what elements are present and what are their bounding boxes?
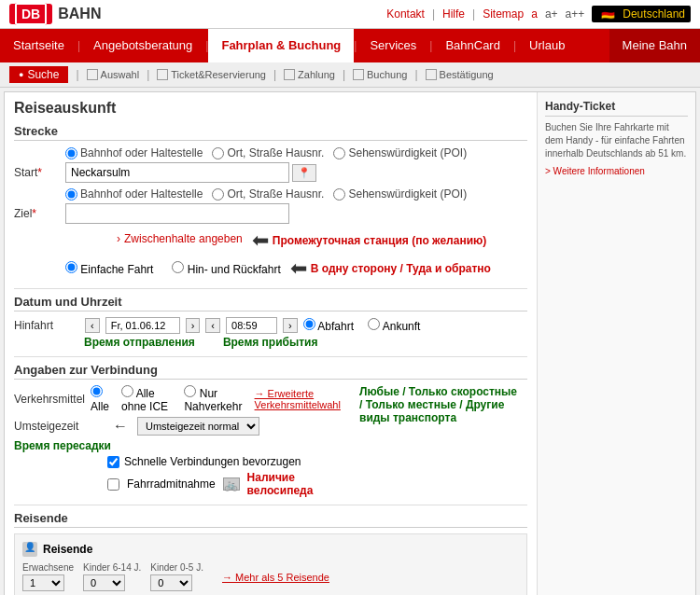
anno-ankunft: Время прибытия [223,336,318,349]
arrow-fahrt-icon: ⬅ [290,256,307,281]
ziel-input[interactable] [65,203,289,224]
umsteige-row: Umsteigezeit ← Umsteigezeit normal Kurze… [14,417,350,436]
nav-bahncard[interactable]: BahnCard [432,29,513,62]
date-input[interactable] [105,317,180,334]
start-type-radios: Bahnhof oder Haltestelle Ort, Straße Hau… [65,146,527,159]
strecke-section-title: Strecke [14,124,527,141]
ankunft-radio[interactable] [368,318,380,330]
anno-zwischenhalte: Промежуточная станция (по желанию) [273,234,486,247]
anno-abfahrt: Время отправления [84,336,195,349]
hinfahrt-row: Hinfahrt ‹ › ‹ › Abfahrt Ankunft [14,317,527,334]
db-logo-badge: DB [9,4,52,24]
page-title: Reiseauskunft [14,100,527,117]
fahrrad-checkbox[interactable] [107,478,119,491]
main-navigation: Startseite | Angebotsberatung | Fahrplan… [0,29,700,62]
kinder2-group: Kinder 0-5 J. 0 1 [150,562,203,591]
hin-rueck-radio[interactable] [172,261,184,273]
reisende-icon: 👤 [22,542,37,557]
ziel-radio-bahnhof[interactable] [65,188,77,201]
ziel-type-radios: Bahnhof oder Haltestelle Ort, Straße Hau… [65,187,527,201]
sidebar-text: Buchen Sie Ihre Fahrkarte mit dem Handy … [545,121,688,160]
erweiterte-link[interactable]: → Erweiterte Verkehrsmittelwahl [255,388,350,410]
fahrt-radios: Einfache Fahrt Hin- und Rückfahrt [65,261,281,276]
sitemap-link[interactable]: Sitemap [483,7,524,21]
hinfahrt-label: Hinfahrt [14,319,79,332]
reisende-counts: Erwachsene 1 2 3 Kinder 6-14 J. 0 1 2 [22,562,519,591]
nav-services[interactable]: Services [357,29,429,62]
reisende-section: Reisende 👤 Reisende Erwachsene 1 2 3 [14,511,527,595]
erwachsene-select[interactable]: 1 2 3 [22,574,64,591]
reisende-box: 👤 Reisende Erwachsene 1 2 3 Kinder 6-14 … [14,533,527,595]
time-next-button[interactable]: › [283,318,298,333]
verkehr-alle-radio[interactable] [91,385,103,397]
kinder2-select[interactable]: 0 1 [150,574,192,591]
nav-urlaub[interactable]: Urlaub [516,29,578,62]
start-row: Start 📍 [14,162,527,183]
date-next-button[interactable]: › [186,318,201,333]
mehr-reisende-link[interactable]: → Mehr als 5 Reisende [222,572,329,583]
umsteige-arrow-icon: ← [113,418,128,435]
start-geo-button[interactable]: 📍 [292,164,316,182]
start-radio-poi[interactable] [333,147,345,159]
arrow-zwischenhalte-icon: ⬅ [252,228,269,253]
schnelle-row: Schnelle Verbindungen bevorzugen [107,455,350,468]
anno-fahrrad: Наличие велосипеда [247,471,350,497]
abfahrt-radio[interactable] [303,318,315,330]
date-prev-button[interactable]: ‹ [85,318,100,333]
verkehr-nah-radio[interactable] [184,385,196,397]
reisende-section-title: Reisende [14,511,527,528]
country-selector[interactable]: 🇩🇪 Deutschland [592,6,691,22]
kinder1-select[interactable]: 0 1 2 [83,574,125,591]
hilfe-link[interactable]: Hilfe [442,7,465,21]
step-auswahl: Auswahl [87,69,140,80]
sidebar: Handy-Ticket Buchen Sie Ihre Fahrkarte m… [537,92,695,595]
step-sep: | [76,68,78,81]
step-ticket: Ticket&Reservierung [157,69,266,80]
ziel-radio-ort[interactable] [212,188,224,201]
ziel-radio-poi[interactable] [333,188,345,201]
start-label: Start [14,166,65,179]
datetime-section-title: Datum und Uhrzeit [14,295,527,311]
umsteige-select[interactable]: Umsteigezeit normal Kurze Umsteigezeit L… [137,417,259,436]
nav-meine-bahn[interactable]: Meine Bahn [609,29,700,62]
reisende-header: 👤 Reisende [22,542,519,557]
start-radio-ort[interactable] [212,147,224,159]
db-text: DB [15,3,47,25]
anno-verkehr: Любые / Только скоростные/ Только местны… [359,385,517,424]
logo: DB BAHN [9,4,101,24]
verbindung-section-title: Angaben zur Verbindung [14,363,527,380]
anno-fahrt: В одну сторону / Туда и обратно [311,262,491,275]
sidebar-title: Handy-Ticket [545,100,688,117]
top-links: Kontakt | Hilfe | Sitemap a a+ a++ 🇩🇪 De… [386,6,691,22]
start-input[interactable] [65,162,289,183]
abfahrt-ankunft-group: Abfahrt Ankunft [303,318,421,333]
umsteige-label: Umsteigezeit [14,420,107,433]
bahn-text: BAHN [58,6,101,22]
ziel-label: Ziel [14,207,65,220]
verkehr-label: Verkehrsmittel [14,393,85,406]
font-a[interactable]: a [531,7,538,21]
verkehr-ohne-ice-radio[interactable] [121,385,133,397]
step-zahlung: Zahlung [284,69,335,80]
nav-startseite[interactable]: Startseite [0,29,77,62]
time-input[interactable] [226,317,277,334]
kontakt-link[interactable]: Kontakt [386,7,425,21]
start-radio-bahnhof[interactable] [65,147,77,159]
einfache-fahrt-radio[interactable] [65,261,77,273]
step-buchung: Buchung [353,69,407,80]
kinder1-group: Kinder 6-14 J. 0 1 2 [83,562,141,591]
schnelle-checkbox[interactable] [107,456,119,468]
step-suche[interactable]: Suche [9,66,68,83]
sidebar-link[interactable]: > Weitere Informationen [545,166,645,176]
nav-angebotsberatung[interactable]: Angebotsberatung [80,29,205,62]
erwachsene-group: Erwachsene 1 2 3 [22,562,74,591]
nav-fahrplan[interactable]: Fahrplan & Buchung [208,29,354,62]
anno-umsteige: Время пересадки [14,439,111,452]
zwischenhalte-link[interactable]: › Zwischenhalte angeben [117,232,243,245]
step-bestaetigung: Bestätigung [426,69,494,80]
fahrrad-icon: 🚲 [223,477,240,491]
verkehr-row: Verkehrsmittel Alle Alle ohne ICE Nur Na… [14,385,350,413]
ziel-row: Ziel [14,203,527,224]
time-prev-button[interactable]: ‹ [205,318,220,333]
